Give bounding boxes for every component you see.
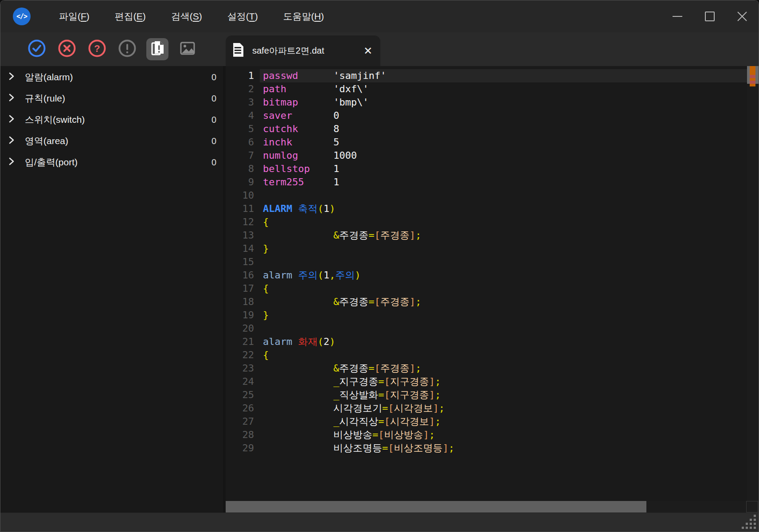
code-line: 25 _직상발화=[지구경종];	[226, 388, 759, 402]
sidebar-item-label: 스위치(switch)	[25, 113, 85, 126]
scrollbar-annotation-marker	[750, 66, 755, 86]
code-line: 2path 'dxf\'	[226, 82, 759, 96]
error-circle-button[interactable]	[56, 38, 78, 60]
document-icon	[232, 43, 243, 59]
code-editor[interactable]: 1passwd 'samjinf'2path 'dxf\'3bitmap 'bm…	[226, 66, 759, 501]
code-line-text: _지구경종=[지구경종];	[260, 375, 747, 388]
help-circle-button[interactable]: ?	[86, 38, 108, 60]
code-line: 29 비상조명등=[비상조명등];	[226, 442, 759, 455]
svg-text:?: ?	[94, 43, 100, 54]
code-line-text: alarm 주의(1,주의)	[260, 269, 747, 282]
code-line-text: _시각직상=[시각경보];	[260, 415, 747, 428]
title-bar: </> 파일(F)편집(E)검색(S)설정(T)도움말(H)	[0, 0, 759, 32]
code-line: 11ALARM 축적(1)	[226, 202, 759, 215]
code-line: 20	[226, 322, 759, 335]
app-window: </> 파일(F)편집(E)검색(S)설정(T)도움말(H) ?	[0, 0, 759, 532]
line-number: 21	[226, 335, 260, 348]
code-line-text: 비상방송=[비상방송];	[260, 428, 747, 442]
tab-close-icon[interactable]: ✕	[364, 46, 372, 56]
code-line-text: alarm 화재(2)	[260, 335, 747, 348]
code-line: 6inchk 5	[226, 136, 759, 149]
line-number: 28	[226, 428, 260, 442]
menu-item-s[interactable]: 검색(S)	[171, 10, 202, 23]
code-line: 27 _시각직상=[시각경보];	[226, 415, 759, 428]
menu-label-suf: )	[199, 11, 202, 21]
tab-title: safe아파트2면.dat	[252, 45, 360, 57]
code-line-text: 비상조명등=[비상조명등];	[260, 442, 747, 455]
sidebar-item-label: 규칙(rule)	[25, 92, 65, 105]
code-line-text: passwd 'samjinf'	[260, 69, 747, 82]
sidebar-item-label: 알람(alarm)	[25, 71, 73, 83]
sidebar-item-1[interactable]: 규칙(rule)0	[0, 88, 223, 109]
line-number: 6	[226, 136, 260, 149]
horizontal-scrollbar[interactable]	[226, 501, 759, 512]
line-number: 17	[226, 282, 260, 295]
line-number: 5	[226, 122, 260, 136]
sidebar-item-label: 영역(area)	[25, 135, 68, 147]
code-line: 9term255 1	[226, 176, 759, 189]
menu-label-suf: )	[255, 11, 258, 21]
code-line-text: &주경종=[주경종];	[260, 362, 747, 375]
menu-item-e[interactable]: 편집(E)	[115, 10, 146, 23]
chevron-right-icon[interactable]	[8, 157, 15, 168]
code-line: 26 시각경보기=[시각경보];	[226, 402, 759, 415]
code-line-text: ALARM 축적(1)	[260, 202, 747, 215]
menu-item-h[interactable]: 도움말(H)	[283, 10, 324, 23]
line-number: 1	[226, 69, 260, 82]
sidebar-item-4[interactable]: 입/출력(port)0	[0, 152, 223, 173]
warning-circle-button[interactable]	[116, 38, 138, 60]
code-line-text: }	[260, 309, 747, 322]
vertical-scrollbar[interactable]	[747, 66, 759, 501]
menu-label-suf: )	[86, 11, 90, 21]
menu-label-pre: 설정(	[227, 11, 249, 21]
toolbar-tab-band: ? safe아파트2면.dat ✕	[0, 32, 759, 66]
menu-label-suf: )	[143, 11, 146, 21]
code-line: 19}	[226, 309, 759, 322]
line-number: 24	[226, 375, 260, 388]
code-line: 14}	[226, 242, 759, 255]
line-number: 9	[226, 176, 260, 189]
check-circle-button[interactable]	[26, 38, 48, 60]
maximize-button[interactable]	[700, 6, 720, 27]
bang-circle-icon	[118, 39, 136, 59]
code-line-text: &주경종=[주경종];	[260, 229, 747, 242]
chevron-right-icon[interactable]	[8, 93, 15, 104]
sidebar-item-0[interactable]: 알람(alarm)0	[0, 66, 223, 88]
code-line: 8bellstop 1	[226, 162, 759, 176]
code-line-text: term255 1	[260, 176, 747, 189]
menu-bar: 파일(F)편집(E)검색(S)설정(T)도움말(H)	[59, 10, 324, 23]
chevron-right-icon[interactable]	[8, 72, 15, 83]
image-button[interactable]	[176, 38, 199, 60]
close-window-button[interactable]	[732, 6, 752, 27]
minimize-button[interactable]	[667, 6, 688, 27]
code-line-text: path 'dxf\'	[260, 82, 747, 96]
code-line: 12{	[226, 215, 759, 229]
sidebar-item-2[interactable]: 스위치(switch)0	[0, 109, 223, 130]
code-line: 24 _지구경종=[지구경종];	[226, 375, 759, 388]
pages-button[interactable]	[146, 38, 168, 60]
x-circle-icon	[58, 39, 76, 59]
window-controls	[667, 0, 752, 32]
horizontal-scrollbar-thumb[interactable]	[226, 501, 646, 512]
chevron-right-icon[interactable]	[8, 136, 15, 147]
code-line: 13 &주경종=[주경종];	[226, 229, 759, 242]
code-line-text	[260, 322, 747, 335]
sidebar-item-3[interactable]: 영역(area)0	[0, 130, 223, 152]
menu-mnemonic: F	[81, 11, 86, 21]
main-area: 알람(alarm)0규칙(rule)0스위치(switch)0영역(area)0…	[0, 66, 759, 512]
menu-item-f[interactable]: 파일(F)	[59, 10, 90, 23]
sidebar-item-count: 0	[211, 72, 216, 82]
resize-grip-icon[interactable]	[742, 515, 757, 530]
line-number: 14	[226, 242, 260, 255]
line-number: 10	[226, 189, 260, 202]
editor-column: 1passwd 'samjinf'2path 'dxf\'3bitmap 'bm…	[226, 66, 759, 512]
menu-mnemonic: S	[193, 11, 199, 21]
menu-label-pre: 파일(	[59, 11, 81, 21]
menu-label-pre: 검색(	[171, 11, 193, 21]
tab-safe-apt2-dat[interactable]: safe아파트2면.dat ✕	[226, 35, 380, 66]
chevron-right-icon[interactable]	[8, 114, 15, 125]
menu-label-pre: 도움말(	[283, 11, 314, 21]
code-line: 16alarm 주의(1,주의)	[226, 269, 759, 282]
menu-item-t[interactable]: 설정(T)	[227, 10, 258, 23]
code-line-text	[260, 255, 747, 269]
